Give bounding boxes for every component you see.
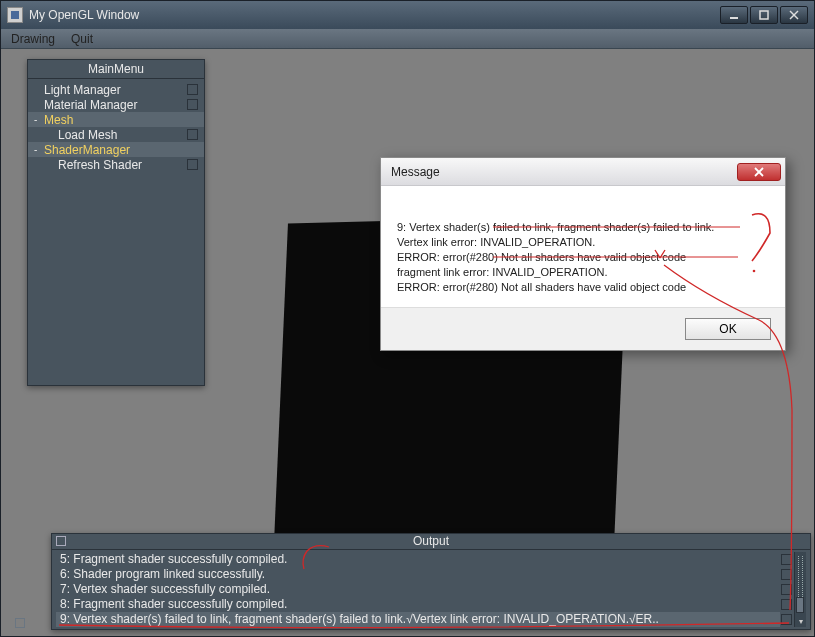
dialog-line: ERROR: error(#280) Not all shaders have … [397, 280, 769, 295]
output-line: 8: Fragment shader successfully compiled… [56, 597, 780, 612]
expander-icon: - [34, 144, 42, 155]
message-dialog: Message 9: Vertex shader(s) failed to li… [380, 157, 786, 351]
menu-item-label: Light Manager [44, 83, 187, 97]
menu-item-material-manager[interactable]: Material Manager [28, 97, 204, 112]
dialog-line: 9: Vertex shader(s) failed to link, frag… [397, 220, 769, 235]
minimize-button[interactable] [720, 6, 748, 24]
main-menu-title: MainMenu [28, 60, 204, 79]
main-menu-list: Light ManagerMaterial Manager-MeshLoad M… [28, 79, 204, 175]
output-line: 5: Fragment shader successfully compiled… [56, 552, 780, 567]
menu-drawing[interactable]: Drawing [11, 32, 55, 46]
dialog-line: fragment link error: INVALID_OPERATION. [397, 265, 769, 280]
menu-checkbox[interactable] [187, 129, 198, 140]
dialog-line: Vertex link error: INVALID_OPERATION. [397, 235, 769, 250]
menubar: Drawing Quit [1, 29, 814, 49]
output-checkboxes [780, 552, 794, 627]
window-title: My OpenGL Window [29, 8, 720, 22]
ok-button[interactable]: OK [685, 318, 771, 340]
expander-icon: - [34, 114, 42, 125]
dialog-title: Message [391, 165, 737, 179]
svg-rect-1 [760, 11, 768, 19]
close-button[interactable] [780, 6, 808, 24]
line-checkbox[interactable] [781, 599, 792, 610]
menu-item-label: Material Manager [44, 98, 187, 112]
app-window: My OpenGL Window Drawing Quit MainMenu L… [0, 0, 815, 637]
dialog-body: 9: Vertex shader(s) failed to link, frag… [381, 186, 785, 307]
scroll-down-icon[interactable]: ▾ [797, 617, 805, 625]
menu-item-light-manager[interactable]: Light Manager [28, 82, 204, 97]
window-controls [720, 6, 808, 24]
menu-item-label: ShaderManager [44, 143, 198, 157]
viewport-corner-icon[interactable] [15, 618, 25, 628]
output-scrollbar[interactable]: ▾ [794, 552, 806, 627]
menu-item-mesh[interactable]: -Mesh [28, 112, 204, 127]
line-checkbox[interactable] [781, 614, 792, 625]
output-line[interactable]: 9: Vertex shader(s) failed to link, frag… [56, 612, 780, 627]
menu-item-refresh-shader[interactable]: Refresh Shader [28, 157, 204, 172]
output-title[interactable]: Output [52, 534, 810, 550]
dialog-titlebar[interactable]: Message [381, 158, 785, 186]
menu-item-label: Refresh Shader [58, 158, 187, 172]
dialog-line: ERROR: error(#280) Not all shaders have … [397, 250, 769, 265]
menu-checkbox[interactable] [187, 159, 198, 170]
line-checkbox[interactable] [781, 569, 792, 580]
menu-checkbox[interactable] [187, 99, 198, 110]
output-line: 6: Shader program linked successfully. [56, 567, 780, 582]
scrollbar-thumb[interactable] [796, 597, 804, 613]
output-panel: Output 5: Fragment shader successfully c… [51, 533, 811, 630]
dialog-footer: OK [381, 307, 785, 350]
output-pin-icon[interactable] [56, 536, 66, 546]
viewport-3d[interactable]: MainMenu Light ManagerMaterial Manager-M… [1, 49, 814, 636]
menu-item-label: Mesh [44, 113, 198, 127]
menu-item-label: Load Mesh [58, 128, 187, 142]
menu-quit[interactable]: Quit [71, 32, 93, 46]
dialog-close-button[interactable] [737, 163, 781, 181]
menu-item-shadermanager[interactable]: -ShaderManager [28, 142, 204, 157]
output-text: 5: Fragment shader successfully compiled… [56, 552, 780, 627]
line-checkbox[interactable] [781, 554, 792, 565]
main-menu-panel: MainMenu Light ManagerMaterial Manager-M… [27, 59, 205, 386]
output-line: 7: Vertex shader successfully compiled. [56, 582, 780, 597]
menu-item-load-mesh[interactable]: Load Mesh [28, 127, 204, 142]
line-checkbox[interactable] [781, 584, 792, 595]
maximize-button[interactable] [750, 6, 778, 24]
menu-checkbox[interactable] [187, 84, 198, 95]
app-icon [7, 7, 23, 23]
titlebar[interactable]: My OpenGL Window [1, 1, 814, 29]
